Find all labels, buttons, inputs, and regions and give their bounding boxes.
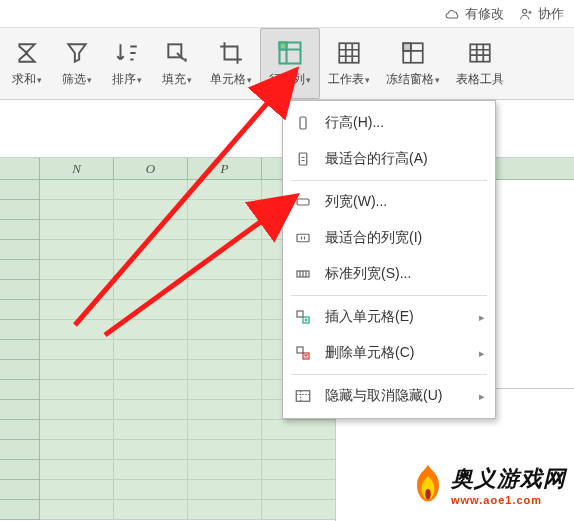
cell[interactable] <box>40 340 114 360</box>
menu-item-insertcell[interactable]: 插入单元格(E)▸ <box>283 299 495 335</box>
cell[interactable] <box>188 320 262 340</box>
cell[interactable] <box>262 460 336 480</box>
cell[interactable] <box>262 500 336 520</box>
cell[interactable] <box>114 200 188 220</box>
cell[interactable] <box>40 460 114 480</box>
row-header[interactable] <box>0 440 40 460</box>
menu-item-rowheight[interactable]: 行高(H)... <box>283 105 495 141</box>
row-header[interactable] <box>0 240 40 260</box>
cell[interactable] <box>40 200 114 220</box>
row-header[interactable] <box>0 180 40 200</box>
row-header[interactable] <box>0 460 40 480</box>
col-header-p[interactable]: P <box>188 158 262 179</box>
cell[interactable] <box>188 240 262 260</box>
cell[interactable] <box>114 180 188 200</box>
row-header[interactable] <box>0 260 40 280</box>
sort-tool[interactable]: 排序▾ <box>102 28 152 99</box>
cell[interactable] <box>114 320 188 340</box>
cell[interactable] <box>40 320 114 340</box>
cell[interactable] <box>262 480 336 500</box>
sum-tool[interactable]: 求和▾ <box>2 28 52 99</box>
cell[interactable] <box>40 260 114 280</box>
cell[interactable] <box>114 420 188 440</box>
menu-item-deletecell[interactable]: 删除单元格(C)▸ <box>283 335 495 371</box>
cell[interactable] <box>114 360 188 380</box>
cell[interactable] <box>114 340 188 360</box>
cell[interactable] <box>40 420 114 440</box>
row-header[interactable] <box>0 280 40 300</box>
cell[interactable] <box>40 380 114 400</box>
cell[interactable] <box>188 200 262 220</box>
menu-item-bestcolwidth[interactable]: 最适合的列宽(I) <box>283 220 495 256</box>
cell[interactable] <box>114 460 188 480</box>
cell[interactable] <box>40 500 114 520</box>
cell[interactable] <box>188 380 262 400</box>
cell[interactable] <box>188 480 262 500</box>
fill-tool[interactable]: 填充▾ <box>152 28 202 99</box>
cell[interactable] <box>188 400 262 420</box>
select-all-corner[interactable] <box>0 158 40 179</box>
cell[interactable] <box>188 500 262 520</box>
cell[interactable] <box>188 360 262 380</box>
menu-item-label: 最适合的行高(A) <box>325 150 428 168</box>
rowcol-tool[interactable]: 行和列▾ <box>260 28 320 99</box>
cell[interactable] <box>114 380 188 400</box>
cell[interactable] <box>40 400 114 420</box>
tabletools-tool[interactable]: 表格工具 <box>448 28 512 99</box>
cell[interactable] <box>114 280 188 300</box>
svg-point-20 <box>425 489 431 500</box>
cell[interactable] <box>40 440 114 460</box>
cell[interactable] <box>114 480 188 500</box>
cell[interactable] <box>40 240 114 260</box>
cell[interactable] <box>114 500 188 520</box>
menu-item-hideunhide[interactable]: 隐藏与取消隐藏(U)▸ <box>283 378 495 414</box>
collaboration-button[interactable]: 协作 <box>518 5 564 23</box>
svg-rect-13 <box>297 311 303 317</box>
cell[interactable] <box>188 460 262 480</box>
cell[interactable] <box>188 260 262 280</box>
cloud-icon <box>445 6 461 22</box>
cell-tool[interactable]: 单元格▾ <box>202 28 260 99</box>
row-header[interactable] <box>0 420 40 440</box>
cell[interactable] <box>40 180 114 200</box>
col-header-n[interactable]: N <box>40 158 114 179</box>
cell[interactable] <box>40 220 114 240</box>
cell[interactable] <box>188 300 262 320</box>
modified-indicator[interactable]: 有修改 <box>445 5 504 23</box>
row-header[interactable] <box>0 500 40 520</box>
worksheet-tool[interactable]: 工作表▾ <box>320 28 378 99</box>
cell[interactable] <box>188 440 262 460</box>
cell[interactable] <box>114 220 188 240</box>
cell[interactable] <box>114 300 188 320</box>
cell[interactable] <box>40 300 114 320</box>
row-header[interactable] <box>0 480 40 500</box>
row-header[interactable] <box>0 400 40 420</box>
cell[interactable] <box>188 340 262 360</box>
cell[interactable] <box>114 400 188 420</box>
row-header[interactable] <box>0 340 40 360</box>
cell[interactable] <box>40 280 114 300</box>
menu-item-stdcolwidth[interactable]: 标准列宽(S)... <box>283 256 495 292</box>
cell[interactable] <box>262 420 336 440</box>
row-header[interactable] <box>0 220 40 240</box>
row-header[interactable] <box>0 360 40 380</box>
cell[interactable] <box>114 260 188 280</box>
cell[interactable] <box>188 420 262 440</box>
row-header[interactable] <box>0 320 40 340</box>
menu-item-bestrowheight[interactable]: 最适合的行高(A) <box>283 141 495 177</box>
cell[interactable] <box>188 180 262 200</box>
cell[interactable] <box>114 240 188 260</box>
row-header[interactable] <box>0 200 40 220</box>
menu-item-colwidth[interactable]: 列宽(W)... <box>283 184 495 220</box>
cell[interactable] <box>40 360 114 380</box>
freeze-tool[interactable]: 冻结窗格▾ <box>378 28 448 99</box>
filter-tool[interactable]: 筛选▾ <box>52 28 102 99</box>
row-header[interactable] <box>0 300 40 320</box>
cell[interactable] <box>262 440 336 460</box>
cell[interactable] <box>188 220 262 240</box>
cell[interactable] <box>114 440 188 460</box>
cell[interactable] <box>40 480 114 500</box>
col-header-o[interactable]: O <box>114 158 188 179</box>
row-header[interactable] <box>0 380 40 400</box>
cell[interactable] <box>188 280 262 300</box>
